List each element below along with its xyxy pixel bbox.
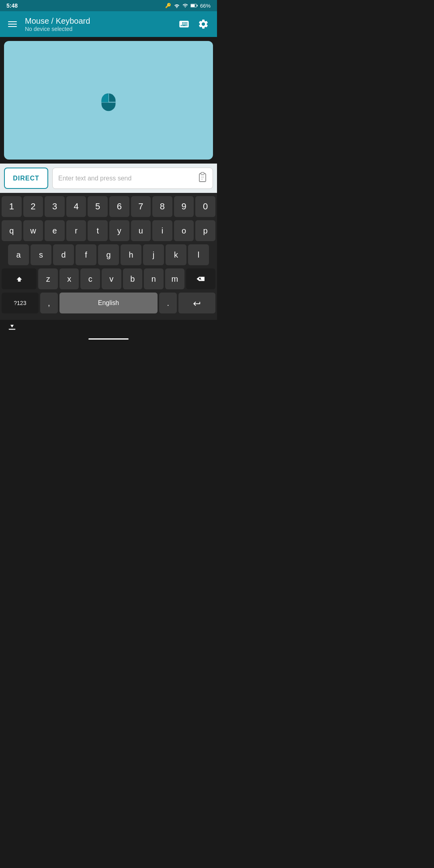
status-icons: 🔑 66% <box>165 3 211 9</box>
svg-rect-11 <box>9 329 16 330</box>
backspace-key[interactable] <box>186 268 215 289</box>
key-4[interactable]: 4 <box>66 196 86 217</box>
direct-button[interactable]: DIRECT <box>4 168 48 189</box>
zxcv-row: z x c v b n m <box>2 268 215 289</box>
key-p[interactable]: p <box>195 220 215 241</box>
num123-key[interactable]: ?123 <box>2 293 39 313</box>
bottom-bar <box>0 320 217 336</box>
home-indicator <box>88 338 129 340</box>
key-g[interactable]: g <box>98 244 119 265</box>
key-3[interactable]: 3 <box>45 196 65 217</box>
menu-button[interactable] <box>6 20 18 29</box>
text-input-area[interactable]: Enter text and press send <box>52 168 213 189</box>
key-q[interactable]: q <box>2 220 22 241</box>
key-y[interactable]: y <box>109 220 129 241</box>
space-key[interactable]: English <box>59 293 158 313</box>
key-i[interactable]: i <box>152 220 172 241</box>
period-key[interactable]: . <box>159 293 177 313</box>
key-l[interactable]: l <box>188 244 209 265</box>
key-7[interactable]: 7 <box>131 196 151 217</box>
settings-button[interactable] <box>196 17 211 31</box>
status-time: 5:48 <box>6 2 18 9</box>
controls-row: DIRECT Enter text and press send <box>0 164 217 193</box>
key-c[interactable]: c <box>80 268 100 289</box>
touchpad-area[interactable] <box>4 41 213 160</box>
key-h[interactable]: h <box>121 244 141 265</box>
key-2[interactable]: 2 <box>23 196 43 217</box>
app-bar-actions <box>177 17 211 31</box>
svg-rect-2 <box>197 5 198 6</box>
app-subtitle: No device selected <box>25 26 170 32</box>
keyboard: 1 2 3 4 5 6 7 8 9 0 q w e r t y u i o p … <box>0 193 217 320</box>
key-a[interactable]: a <box>8 244 29 265</box>
comma-key[interactable]: , <box>40 293 58 313</box>
key-0[interactable]: 0 <box>195 196 215 217</box>
key-5[interactable]: 5 <box>88 196 108 217</box>
battery-percent: 66% <box>200 3 211 9</box>
key-e[interactable]: e <box>45 220 65 241</box>
number-row: 1 2 3 4 5 6 7 8 9 0 <box>2 196 215 217</box>
qwerty-row: q w e r t y u i o p <box>2 220 215 241</box>
home-indicator-area <box>0 336 217 344</box>
hide-keyboard-button[interactable] <box>8 324 16 332</box>
key-o[interactable]: o <box>174 220 194 241</box>
key-k[interactable]: k <box>166 244 186 265</box>
key-s[interactable]: s <box>31 244 51 265</box>
menu-line-2 <box>8 24 17 25</box>
text-input-placeholder: Enter text and press send <box>58 175 195 182</box>
key-x[interactable]: x <box>59 268 79 289</box>
keyboard-icon <box>178 18 190 30</box>
settings-icon <box>198 18 209 30</box>
battery-icon <box>190 3 198 8</box>
signal-icon <box>182 3 188 8</box>
menu-line-3 <box>8 26 17 27</box>
key-n[interactable]: n <box>144 268 164 289</box>
app-title: Mouse / Keyboard <box>25 16 170 26</box>
key-u[interactable]: u <box>131 220 151 241</box>
key-8[interactable]: 8 <box>152 196 172 217</box>
menu-line-1 <box>8 21 17 22</box>
mouse-icon <box>94 86 123 115</box>
key-m[interactable]: m <box>165 268 185 289</box>
key-j[interactable]: j <box>143 244 164 265</box>
key-1[interactable]: 1 <box>2 196 22 217</box>
key-w[interactable]: w <box>23 220 43 241</box>
keyboard-toggle-button[interactable] <box>177 17 191 31</box>
svg-rect-7 <box>201 172 204 174</box>
bottom-row: ?123 , English . <box>2 293 215 313</box>
app-bar: Mouse / Keyboard No device selected <box>0 11 217 37</box>
key-r[interactable]: r <box>66 220 86 241</box>
status-bar: 5:48 🔑 66% <box>0 0 217 11</box>
key-t[interactable]: t <box>88 220 108 241</box>
asdf-row: a s d f g h j k l <box>2 244 215 265</box>
enter-key[interactable] <box>178 293 215 313</box>
shift-key[interactable] <box>2 268 37 289</box>
svg-rect-1 <box>191 4 195 7</box>
key-d[interactable]: d <box>53 244 74 265</box>
key-v[interactable]: v <box>102 268 121 289</box>
key-9[interactable]: 9 <box>174 196 194 217</box>
app-bar-title-area: Mouse / Keyboard No device selected <box>25 16 170 32</box>
clipboard-icon[interactable] <box>198 172 207 184</box>
wifi-icon <box>174 3 180 8</box>
key-6[interactable]: 6 <box>109 196 129 217</box>
key-z[interactable]: z <box>38 268 58 289</box>
key-b[interactable]: b <box>123 268 143 289</box>
key-f[interactable]: f <box>76 244 96 265</box>
key-icon: 🔑 <box>165 3 171 8</box>
